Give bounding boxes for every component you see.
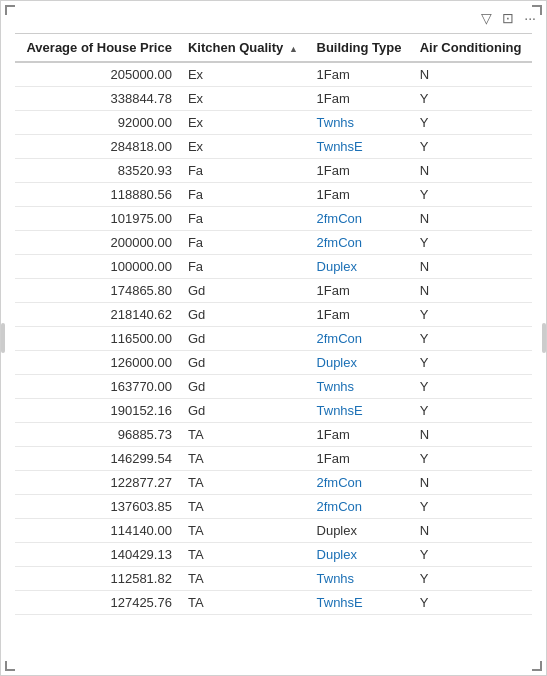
cell-kitchen-quality: Gd [180,327,309,351]
table-row: 218140.62Gd1FamY [15,303,532,327]
cell-kitchen-quality: Fa [180,231,309,255]
cell-kitchen-quality: TA [180,423,309,447]
table-row: 205000.00Ex1FamN [15,62,532,87]
table-wrapper: Average of House Price Kitchen Quality ▲… [1,33,546,675]
cell-building-type[interactable]: 2fmCon [309,327,412,351]
cell-building-type[interactable]: TwnhsE [309,399,412,423]
cell-air-conditioning: N [412,207,532,231]
resize-handle-left[interactable] [1,323,5,353]
cell-kitchen-quality: Gd [180,399,309,423]
table-row: 163770.00GdTwnhsY [15,375,532,399]
cell-building-type[interactable]: TwnhsE [309,135,412,159]
cell-air-conditioning: N [412,423,532,447]
cell-kitchen-quality: Gd [180,351,309,375]
cell-air-conditioning: N [412,255,532,279]
cell-air-conditioning: N [412,159,532,183]
table-header-row: Average of House Price Kitchen Quality ▲… [15,34,532,63]
cell-air-conditioning: Y [412,567,532,591]
cell-air-conditioning: N [412,279,532,303]
cell-avg-price: 140429.13 [15,543,180,567]
cell-avg-price: 83520.93 [15,159,180,183]
table-row: 112581.82TATwnhsY [15,567,532,591]
cell-building-type[interactable]: Duplex [309,351,412,375]
cell-building-type[interactable]: Twnhs [309,375,412,399]
cell-building-type: Duplex [309,519,412,543]
table-row: 118880.56Fa1FamY [15,183,532,207]
table-row: 114140.00TADuplexN [15,519,532,543]
cell-air-conditioning: Y [412,543,532,567]
cell-building-type[interactable]: 2fmCon [309,471,412,495]
cell-kitchen-quality: Gd [180,279,309,303]
cell-building-type[interactable]: 2fmCon [309,495,412,519]
cell-air-conditioning: N [412,62,532,87]
cell-air-conditioning: N [412,519,532,543]
cell-building-type: 1Fam [309,423,412,447]
cell-avg-price: 118880.56 [15,183,180,207]
table-icon[interactable]: ⊡ [502,10,514,26]
cell-kitchen-quality: Ex [180,62,309,87]
cell-building-type: 1Fam [309,62,412,87]
cell-building-type[interactable]: 2fmCon [309,231,412,255]
cell-avg-price: 218140.62 [15,303,180,327]
table-row: 174865.80Gd1FamN [15,279,532,303]
cell-air-conditioning: Y [412,447,532,471]
cell-avg-price: 137603.85 [15,495,180,519]
cell-air-conditioning: Y [412,399,532,423]
cell-avg-price: 112581.82 [15,567,180,591]
table-row: 200000.00Fa2fmConY [15,231,532,255]
cell-building-type: 1Fam [309,87,412,111]
cell-building-type[interactable]: Duplex [309,543,412,567]
cell-kitchen-quality: Fa [180,183,309,207]
cell-avg-price: 163770.00 [15,375,180,399]
cell-avg-price: 338844.78 [15,87,180,111]
cell-avg-price: 174865.80 [15,279,180,303]
cell-avg-price: 126000.00 [15,351,180,375]
cell-building-type: 1Fam [309,303,412,327]
cell-building-type[interactable]: Twnhs [309,567,412,591]
cell-avg-price: 92000.00 [15,111,180,135]
cell-building-type: 1Fam [309,447,412,471]
cell-air-conditioning: Y [412,351,532,375]
table-row: 101975.00Fa2fmConN [15,207,532,231]
cell-air-conditioning: N [412,471,532,495]
table-row: 127425.76TATwnhsEY [15,591,532,615]
cell-air-conditioning: Y [412,495,532,519]
cell-avg-price: 96885.73 [15,423,180,447]
toolbar: ▽ ⊡ ··· [1,1,546,33]
col-header-kitchen-quality[interactable]: Kitchen Quality ▲ [180,34,309,63]
cell-kitchen-quality: Fa [180,207,309,231]
corner-bracket-tl [5,5,15,15]
cell-building-type[interactable]: Duplex [309,255,412,279]
table-row: 100000.00FaDuplexN [15,255,532,279]
cell-kitchen-quality: TA [180,543,309,567]
table-row: 190152.16GdTwnhsEY [15,399,532,423]
cell-building-type[interactable]: 2fmCon [309,207,412,231]
cell-kitchen-quality: Gd [180,303,309,327]
cell-avg-price: 284818.00 [15,135,180,159]
cell-avg-price: 101975.00 [15,207,180,231]
data-table: Average of House Price Kitchen Quality ▲… [15,33,532,615]
cell-kitchen-quality: Ex [180,111,309,135]
cell-building-type: 1Fam [309,183,412,207]
filter-icon[interactable]: ▽ [481,10,492,26]
cell-building-type[interactable]: Twnhs [309,111,412,135]
table-row: 338844.78Ex1FamY [15,87,532,111]
table-row: 284818.00ExTwnhsEY [15,135,532,159]
resize-handle-right[interactable] [542,323,546,353]
cell-avg-price: 122877.27 [15,471,180,495]
cell-avg-price: 127425.76 [15,591,180,615]
cell-kitchen-quality: TA [180,447,309,471]
cell-kitchen-quality: TA [180,567,309,591]
cell-building-type[interactable]: TwnhsE [309,591,412,615]
main-container: ▽ ⊡ ··· Average of House Price Kitchen Q… [0,0,547,676]
cell-building-type: 1Fam [309,279,412,303]
cell-air-conditioning: Y [412,591,532,615]
corner-bracket-br [532,661,542,671]
cell-kitchen-quality: Fa [180,159,309,183]
cell-kitchen-quality: TA [180,591,309,615]
cell-air-conditioning: Y [412,303,532,327]
cell-air-conditioning: Y [412,87,532,111]
cell-avg-price: 200000.00 [15,231,180,255]
cell-kitchen-quality: TA [180,495,309,519]
table-row: 92000.00ExTwnhsY [15,111,532,135]
